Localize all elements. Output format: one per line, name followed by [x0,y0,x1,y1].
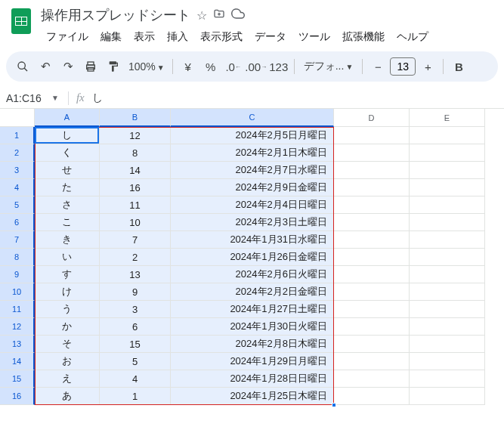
cell[interactable]: 2024年2月6日火曜日 [171,266,334,283]
cell[interactable]: か [35,318,100,336]
cell[interactable]: そ [35,336,100,353]
cell[interactable] [410,249,485,266]
menu-edit[interactable]: 編集 [95,27,127,47]
cell[interactable]: う [35,301,100,318]
font-size-input[interactable]: 13 [390,57,416,76]
cell[interactable] [410,179,485,196]
cell[interactable]: 9 [100,283,171,301]
row-header[interactable]: 10 [0,283,35,301]
cell[interactable] [334,336,410,353]
cell[interactable] [334,162,410,179]
cell[interactable] [410,127,485,144]
row-header[interactable]: 3 [0,162,35,179]
col-header-B[interactable]: B [100,109,171,127]
cell[interactable] [334,144,410,162]
cell[interactable]: 2024年2月7日水曜日 [171,162,334,179]
col-header-A[interactable]: A [35,109,100,127]
row-header[interactable]: 7 [0,231,35,249]
cell[interactable]: 13 [100,266,171,283]
cell[interactable]: 2024年2月3日土曜日 [171,214,334,231]
cell[interactable]: あ [35,388,100,405]
cell[interactable]: 2024年2月4日日曜日 [171,196,334,214]
cell[interactable]: 2024年1月30日火曜日 [171,318,334,336]
cell[interactable] [334,179,410,196]
cell[interactable]: 2024年2月9日金曜日 [171,179,334,196]
cell[interactable] [410,144,485,162]
cell[interactable]: 2024年1月29日月曜日 [171,353,334,370]
row-header[interactable]: 6 [0,214,35,231]
menu-tools[interactable]: ツール [293,27,335,47]
name-box[interactable]: A1:C16 [6,92,51,104]
cell[interactable]: お [35,353,100,370]
cell[interactable] [334,127,410,144]
cell[interactable]: 2024年1月25日木曜日 [171,388,334,405]
menu-view[interactable]: 表示 [128,27,160,47]
decrease-decimal-icon[interactable]: .0← [223,56,244,77]
cell[interactable]: い [35,249,100,266]
cell[interactable] [410,301,485,318]
cell[interactable]: 14 [100,162,171,179]
font-select[interactable]: デフォ...▼ [299,60,358,73]
cell[interactable]: 6 [100,318,171,336]
doc-title[interactable]: 操作用スプレッドシート [41,6,190,24]
cell[interactable] [334,353,410,370]
col-header-D[interactable]: D [334,109,410,127]
cell[interactable]: 3 [100,301,171,318]
row-header[interactable]: 5 [0,196,35,214]
row-header[interactable]: 8 [0,249,35,266]
row-header[interactable]: 1 [0,127,35,144]
menu-format[interactable]: 表示形式 [195,27,248,47]
cell[interactable] [334,196,410,214]
menu-insert[interactable]: 挿入 [162,27,193,47]
cell[interactable] [334,231,410,249]
cell[interactable] [410,266,485,283]
cell[interactable] [410,336,485,353]
cell[interactable]: 2024年1月27日土曜日 [171,301,334,318]
row-header[interactable]: 4 [0,179,35,196]
percent-icon[interactable]: % [200,56,221,77]
more-formats-icon[interactable]: 123 [268,56,289,77]
cell[interactable]: こ [35,214,100,231]
menu-extensions[interactable]: 拡張機能 [337,27,390,47]
cell[interactable]: 2 [100,249,171,266]
cell[interactable] [410,318,485,336]
cell[interactable]: 10 [100,214,171,231]
cloud-icon[interactable] [231,7,245,23]
cell[interactable]: さ [35,196,100,214]
cell[interactable]: く [35,144,100,162]
cell[interactable]: 5 [100,353,171,370]
cell[interactable]: え [35,370,100,388]
increase-decimal-icon[interactable]: .00→ [246,56,267,77]
select-all-corner[interactable] [0,109,35,127]
cell[interactable] [334,249,410,266]
cell[interactable]: 2024年1月31日水曜日 [171,231,334,249]
cell[interactable] [334,266,410,283]
row-header[interactable]: 2 [0,144,35,162]
row-header[interactable]: 12 [0,318,35,336]
font-size-plus[interactable]: + [417,56,438,77]
namebox-dropdown-icon[interactable]: ▼ [51,94,59,102]
cell[interactable]: 2024年2月8日木曜日 [171,336,334,353]
cell[interactable]: 12 [100,127,171,144]
cell[interactable]: 7 [100,231,171,249]
sheets-logo[interactable] [6,6,36,36]
cell[interactable] [410,283,485,301]
menu-help[interactable]: ヘルプ [391,27,434,47]
row-header[interactable]: 11 [0,301,35,318]
menu-data[interactable]: データ [249,27,292,47]
row-header[interactable]: 9 [0,266,35,283]
cell[interactable] [410,388,485,405]
row-header[interactable]: 13 [0,336,35,353]
cell[interactable]: 15 [100,336,171,353]
cell[interactable] [334,370,410,388]
cell[interactable]: け [35,283,100,301]
cell[interactable]: た [35,179,100,196]
row-header[interactable]: 14 [0,353,35,370]
undo-icon[interactable]: ↶ [35,56,56,77]
cell[interactable] [334,388,410,405]
cell[interactable]: 4 [100,370,171,388]
cell[interactable] [410,370,485,388]
formula-input[interactable]: し [92,91,103,105]
bold-button[interactable]: B [448,56,469,77]
cell[interactable]: 2024年2月5日月曜日 [171,127,334,144]
